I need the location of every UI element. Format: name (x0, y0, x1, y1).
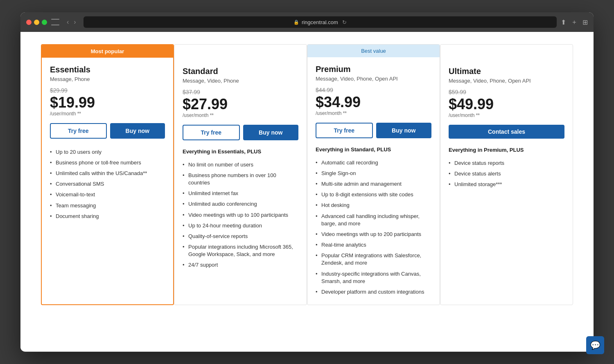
features-list-essentials: Up to 20 users only Business phone or to… (50, 147, 165, 222)
current-price-essentials: $19.99 (50, 94, 165, 111)
current-price-premium: $34.99 (316, 94, 431, 110)
list-item: Unlimited internet fax (183, 188, 298, 199)
back-button[interactable]: ‹ (65, 18, 70, 26)
reload-icon[interactable]: ↻ (342, 19, 347, 25)
buy-now-button-standard[interactable]: Buy now (243, 125, 299, 140)
list-item: Up to 8-digit extensions with site codes (316, 189, 431, 200)
list-item: Business phone numbers in over 100 count… (183, 170, 298, 188)
features-header-standard: Everything in Essentials, PLUS (183, 148, 298, 155)
maximize-dot[interactable] (42, 20, 47, 25)
features-header-premium: Everything in Standard, PLUS (316, 146, 431, 153)
features-list-ultimate: Device status reports Device status aler… (449, 158, 564, 190)
plan-desc-standard: Message, Video, Phone (183, 78, 298, 84)
plan-desc-ultimate: Message, Video, Phone, Open API (449, 78, 564, 84)
no-badge-ultimate (440, 45, 573, 59)
minimize-dot[interactable] (34, 20, 39, 25)
original-price-essentials: $29.99 (50, 87, 165, 94)
list-item: Device status alerts (449, 169, 564, 179)
lock-icon: 🔒 (293, 20, 299, 25)
list-item: Business phone or toll-free numbers (50, 157, 165, 168)
url-text: ringcentral.com (302, 19, 338, 25)
btn-row-standard: Try free Buy now (183, 125, 298, 140)
btn-row-premium: Try free Buy now (316, 123, 431, 138)
plan-name-standard: Standard (183, 67, 298, 76)
features-header-ultimate: Everything in Premium, PLUS (449, 147, 564, 153)
price-note-standard: /user/month ** (183, 112, 298, 118)
plan-card-premium: Best value Premium Message, Video, Phone… (307, 44, 440, 305)
close-dot[interactable] (26, 20, 32, 25)
features-list-premium: Automatic call recording Single Sign-on … (316, 157, 431, 298)
chat-bubble-button[interactable]: 💬 (586, 336, 604, 354)
buy-now-button-premium[interactable]: Buy now (376, 123, 432, 138)
price-note-ultimate: /user/month ** (449, 112, 564, 118)
list-item: No limit on number of users (183, 160, 298, 170)
list-item: Automatic call recording (316, 157, 431, 168)
list-item: Developer platform and custom integratio… (316, 287, 431, 297)
traffic-lights (26, 20, 47, 25)
buy-now-button-essentials[interactable]: Buy now (110, 123, 165, 139)
list-item: Video meetings with up to 100 participan… (183, 210, 298, 220)
list-item: Multi-site admin and management (316, 179, 431, 189)
share-icon[interactable]: ⬆ (561, 18, 566, 26)
price-note-premium: /user/month ** (316, 110, 431, 116)
list-item: Real-time analytics (316, 240, 431, 250)
plan-name-premium: Premium (316, 65, 431, 74)
plan-desc-essentials: Message, Phone (50, 76, 165, 82)
try-free-button-essentials[interactable]: Try free (50, 123, 107, 139)
plan-name-ultimate: Ultimate (449, 67, 564, 76)
plan-card-standard: Standard Message, Video, Phone $37.99 $2… (174, 44, 307, 305)
btn-row-essentials: Try free Buy now (50, 123, 165, 139)
plan-desc-premium: Message, Video, Phone, Open API (316, 76, 431, 82)
original-price-standard: $37.99 (183, 89, 298, 95)
list-item: Up to 20 users only (50, 147, 165, 157)
try-free-button-premium[interactable]: Try free (316, 123, 373, 138)
new-tab-icon[interactable]: ＋ (571, 18, 578, 27)
browser-chrome: ‹ › 🔒 ringcentral.com ↻ ⬆ ＋ ⊞ (20, 12, 594, 32)
toolbar-right: ⬆ ＋ ⊞ (561, 18, 588, 27)
list-item: Hot desking (316, 200, 431, 211)
list-item: Unlimited audio conferencing (183, 199, 298, 209)
nav-buttons: ‹ › (65, 18, 78, 26)
list-item: Device status reports (449, 158, 564, 169)
card-body-ultimate: Ultimate Message, Video, Phone, Open API… (440, 59, 573, 197)
list-item: 24/7 support (183, 260, 298, 270)
address-bar[interactable]: 🔒 ringcentral.com ↻ (84, 16, 557, 28)
forward-button[interactable]: › (72, 18, 77, 26)
no-badge-standard (174, 45, 307, 59)
original-price-ultimate: $59.99 (449, 89, 564, 95)
original-price-premium: $44.99 (316, 87, 431, 93)
card-body-premium: Premium Message, Video, Phone, Open API … (307, 57, 440, 305)
browser-content: Most popular Essentials Message, Phone $… (20, 32, 594, 351)
sidebar-toggle-icon[interactable] (51, 19, 59, 25)
list-item: Advanced call handling including whisper… (316, 211, 431, 229)
list-item: Unlimited storage*** (449, 179, 564, 190)
btn-row-ultimate: Contact sales (449, 125, 564, 139)
list-item: Up to 24-hour meeting duration (183, 220, 298, 231)
browser-window: ‹ › 🔒 ringcentral.com ↻ ⬆ ＋ ⊞ Most popul… (20, 12, 594, 352)
features-list-standard: No limit on number of users Business pho… (183, 160, 298, 271)
list-item: Popular CRM integrations with Salesforce… (316, 250, 431, 268)
popular-badge: Most popular (42, 45, 173, 58)
list-item: Conversational SMS (50, 179, 165, 189)
current-price-standard: $27.99 (183, 96, 298, 112)
grid-icon[interactable]: ⊞ (582, 18, 588, 26)
best-value-badge: Best value (307, 45, 440, 57)
plan-card-ultimate: Ultimate Message, Video, Phone, Open API… (440, 44, 573, 305)
try-free-button-standard[interactable]: Try free (183, 125, 240, 140)
list-item: Single Sign-on (316, 168, 431, 179)
list-item: Unlimited calls within the US/Canada** (50, 168, 165, 179)
list-item: Quality-of-service reports (183, 231, 298, 242)
card-body-standard: Standard Message, Video, Phone $37.99 $2… (174, 59, 307, 278)
list-item: Team messaging (50, 200, 165, 211)
card-body-essentials: Essentials Message, Phone $29.99 $19.99 … (42, 58, 173, 229)
contact-sales-button-ultimate[interactable]: Contact sales (449, 125, 564, 139)
price-note-essentials: /user/month ** (50, 111, 165, 117)
current-price-ultimate: $49.99 (449, 96, 564, 112)
list-item: Industry-specific integrations with Canv… (316, 269, 431, 287)
list-item: Video meetings with up to 200 participan… (316, 229, 431, 240)
plan-card-essentials: Most popular Essentials Message, Phone $… (41, 44, 174, 305)
plan-name-essentials: Essentials (50, 65, 165, 74)
list-item: Popular integrations including Microsoft… (183, 242, 298, 260)
pricing-grid: Most popular Essentials Message, Phone $… (41, 44, 573, 305)
chat-icon: 💬 (590, 340, 600, 350)
